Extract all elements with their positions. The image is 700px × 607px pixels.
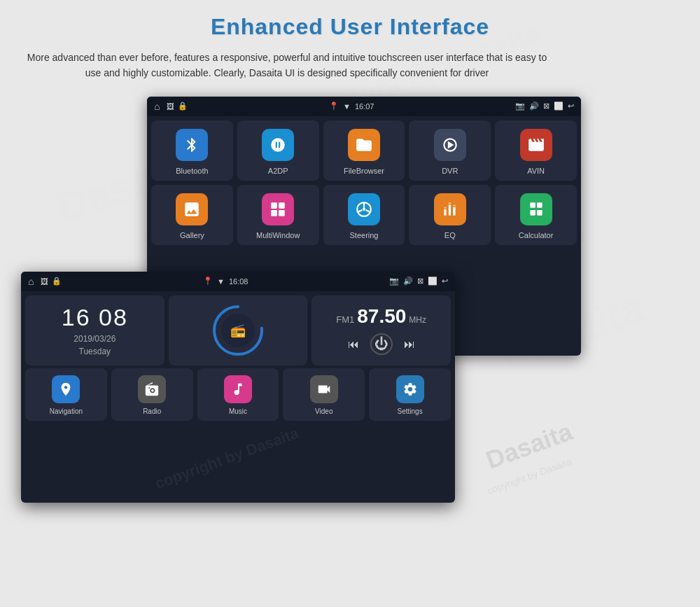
camera-icon-front: 📷 [389,277,399,286]
page-description: More advanced than ever before, features… [21,50,553,81]
app-cell-navigation[interactable]: Navigation [25,368,107,421]
app-cell-dvr[interactable]: DVR [409,120,491,181]
radio-dial-svg: 📻 [210,302,266,358]
svg-rect-15 [453,204,455,206]
status-bar-back: ⌂ 🖼 🔒 📍 ▼ 16:07 📷 🔊 ⊠ ⬜ ↩ [147,97,581,116]
clock-time: 16 08 [62,304,128,331]
watermark-right-large: Dasaita [482,417,577,475]
calculator-label: Calculator [519,231,554,239]
app-cell-video[interactable]: Video [283,368,365,421]
svg-rect-19 [537,210,542,216]
svg-rect-4 [279,210,285,216]
time-back: 16:07 [355,102,374,111]
clock-day: Tuesday [79,347,111,356]
radio-label: Radio [143,407,161,415]
app-cell-filebrowser[interactable]: FileBrowser [323,120,405,181]
back-icon-back[interactable]: ↩ [568,102,574,111]
fm-freq-row: FM1 87.50 MHz [336,305,426,328]
lock-icon-front: 🔒 [52,277,62,286]
bluetooth-label: Bluetooth [176,167,208,175]
dvr-label: DVR [442,167,458,175]
a2dp-icon [262,129,294,161]
eq-label: EQ [444,231,456,239]
steering-label: Steering [350,231,379,239]
camera-icon-back: 📷 [515,102,525,111]
status-icons-left-back: 🖼 🔒 [167,102,188,111]
fm-unit: MHz [409,315,426,325]
app-cell-music[interactable]: Music [197,368,279,421]
radio-dial-cell[interactable]: 📻 [169,295,308,365]
home-icon-front[interactable]: ⌂ [28,276,34,287]
svg-rect-13 [449,202,451,204]
avin-label: AVIN [527,167,545,175]
svg-rect-17 [537,202,542,208]
prev-track-button[interactable]: ⏮ [348,338,359,351]
bottom-apps: Navigation Radio [21,368,455,425]
app-cell-calculator[interactable]: Calculator [495,185,577,245]
dvr-icon [434,129,466,161]
svg-rect-14 [453,207,455,216]
app-cell-bluetooth[interactable]: Bluetooth [151,120,233,181]
signal-icon-back: ▼ [343,102,351,111]
app-grid-back: Bluetooth A2DP F [147,116,581,249]
clock-date: 2019/03/26 [74,334,115,344]
lock-icon-back: 🔒 [178,102,188,111]
multiwindow-icon [262,193,294,225]
svg-rect-16 [530,202,536,208]
app-cell-settings[interactable]: Settings [369,368,451,421]
screens-container: ⌂ 🖼 🔒 📍 ▼ 16:07 📷 🔊 ⊠ ⬜ ↩ [21,97,581,503]
watermark-front: copyright by Dasaita [153,424,301,493]
app-cell-radio[interactable]: Radio [111,368,193,421]
location-icon-back: 📍 [329,102,339,111]
status-bar-front: ⌂ 🖼 🔒 📍 ▼ 16:08 📷 🔊 ⊠ ⬜ ↩ [21,272,455,291]
svg-text:📻: 📻 [230,323,246,338]
fm-band-label: FM1 [336,314,354,325]
svg-point-6 [363,208,365,211]
center-info-front: 📍 ▼ 16:08 [66,277,385,286]
app-cell-gallery[interactable]: Gallery [151,185,233,245]
fm-frequency: 87.50 [357,305,406,328]
calculator-icon [520,193,552,225]
svg-rect-18 [530,210,536,216]
time-front: 16:08 [229,277,248,286]
app-cell-eq[interactable]: EQ [409,185,491,245]
window-icon-front: ⬜ [428,277,438,286]
image-icon-front: 🖼 [41,277,48,286]
home-icon-back[interactable]: ⌂ [154,101,160,112]
steering-icon [348,193,380,225]
app-cell-multiwindow[interactable]: MultiWindow [237,185,319,245]
clock-cell: 16 08 2019/03/26 Tuesday [25,295,164,365]
fm-info-cell: FM1 87.50 MHz ⏮ ⏻ ⏭ [312,295,451,365]
svg-rect-12 [449,204,451,215]
next-track-button[interactable]: ⏭ [404,338,415,351]
radio-icon [138,375,166,403]
app-cell-avin[interactable]: AVIN [495,120,577,181]
page-title: Enhanced User Interface [21,14,679,40]
app-cell-steering[interactable]: Steering [323,185,405,245]
image-icon-back: 🖼 [167,102,174,111]
signal-icon-front: ▼ [217,277,225,286]
svg-rect-10 [444,209,446,216]
a2dp-label: A2DP [268,167,288,175]
filebrowser-label: FileBrowser [344,167,384,175]
watermark-right-small: copyright by Dasaita [486,456,573,496]
gallery-icon [176,193,208,225]
multiwindow-label: MultiWindow [256,231,300,239]
power-button[interactable]: ⏻ [370,333,393,355]
music-icon [224,375,252,403]
location-icon-front: 📍 [203,277,213,286]
video-icon [310,375,338,403]
filebrowser-icon [348,129,380,161]
fm-controls: ⏮ ⏻ ⏭ [348,333,415,355]
svg-rect-1 [271,202,277,209]
app-cell-a2dp[interactable]: A2DP [237,120,319,181]
close-icon-front: ⊠ [417,277,424,286]
bluetooth-icon [176,129,208,161]
close-icon-back: ⊠ [543,102,550,111]
back-icon-front[interactable]: ↩ [442,277,448,286]
right-icons-front: 📷 🔊 ⊠ ⬜ ↩ [389,277,448,286]
status-icons-left-front: 🖼 🔒 [41,277,62,286]
navigation-label: Navigation [50,407,83,415]
eq-icon [434,193,466,225]
svg-rect-11 [444,207,446,209]
